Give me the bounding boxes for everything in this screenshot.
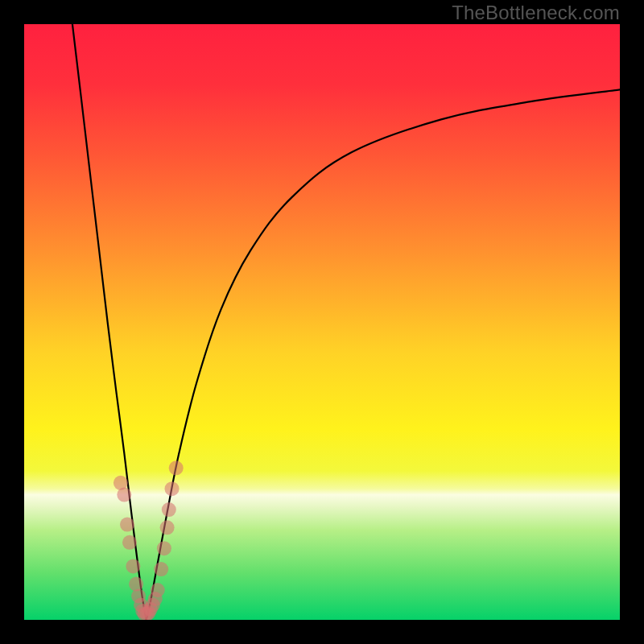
- data-point: [162, 502, 176, 517]
- data-point: [165, 481, 180, 496]
- curve-left-branch: [72, 24, 147, 620]
- curve-layer: [24, 24, 620, 620]
- data-point: [129, 577, 143, 592]
- chart-frame: TheBottleneck.com: [0, 0, 644, 644]
- data-point: [120, 518, 134, 532]
- plot-area: [24, 24, 620, 620]
- watermark-label: TheBottleneck.com: [452, 2, 620, 24]
- data-point: [117, 488, 131, 502]
- data-point: [126, 559, 140, 573]
- data-point: [154, 562, 168, 576]
- data-point: [169, 460, 184, 475]
- data-point: [122, 535, 137, 550]
- data-point: [151, 583, 165, 597]
- data-point: [160, 520, 175, 535]
- curve-right-branch: [147, 89, 620, 620]
- data-point: [157, 541, 171, 555]
